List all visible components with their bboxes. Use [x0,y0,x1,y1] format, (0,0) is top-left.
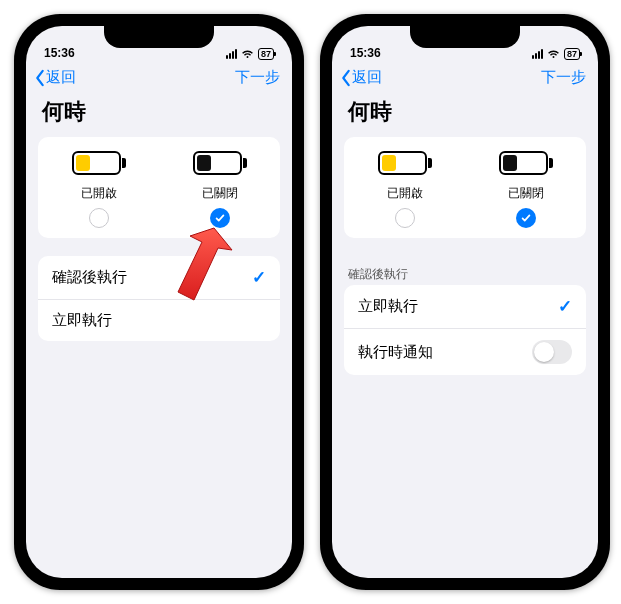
screen: 15:36 87 返回 下一步 何時 [26,26,292,578]
status-time: 15:36 [44,46,75,60]
option-low-power-off[interactable]: 已關閉 [465,137,586,238]
phone-mockup-right: 15:36 87 返回 下一步 何時 [320,14,610,590]
back-label: 返回 [352,68,382,87]
checkmark-icon: ✓ [558,296,572,317]
signal-icon [532,49,543,59]
status-right: 87 [532,48,580,60]
nav-bar: 返回 下一步 [332,62,598,95]
wifi-icon [547,50,560,59]
page-title: 何時 [332,95,598,137]
option-low-power-off[interactable]: 已關閉 [159,137,280,238]
option-on-label: 已開啟 [387,185,423,202]
battery-on-icon [72,151,126,175]
notch [104,26,214,48]
battery-on-icon [378,151,432,175]
battery-icon: 87 [258,48,274,60]
row-confirm[interactable]: 確認後執行 ✓ [38,256,280,299]
check-icon [520,212,532,224]
battery-option-card: 已開啟 已關閉 [38,137,280,238]
checkmark-icon: ✓ [252,267,266,288]
row-notify-label: 執行時通知 [358,343,433,362]
run-mode-card: 立即執行 ✓ 執行時通知 [344,285,586,375]
option-off-label: 已關閉 [202,185,238,202]
nav-bar: 返回 下一步 [26,62,292,95]
back-label: 返回 [46,68,76,87]
next-button[interactable]: 下一步 [235,68,280,87]
page-title: 何時 [26,95,292,137]
radio-selected[interactable] [516,208,536,228]
option-on-label: 已開啟 [81,185,117,202]
radio-selected[interactable] [210,208,230,228]
row-confirm-label: 確認後執行 [52,268,127,287]
row-notify[interactable]: 執行時通知 [344,328,586,375]
option-low-power-on[interactable]: 已開啟 [38,137,159,238]
back-button[interactable]: 返回 [340,68,382,87]
screen: 15:36 87 返回 下一步 何時 [332,26,598,578]
wifi-icon [241,50,254,59]
row-immediate[interactable]: 立即執行 ✓ [344,285,586,328]
row-immediate[interactable]: 立即執行 [38,299,280,341]
row-immediate-label: 立即執行 [52,311,112,330]
notch [410,26,520,48]
next-button[interactable]: 下一步 [541,68,586,87]
phone-mockup-left: 15:36 87 返回 下一步 何時 [14,14,304,590]
toggle-knob [534,342,554,362]
status-time: 15:36 [350,46,381,60]
option-off-label: 已關閉 [508,185,544,202]
status-right: 87 [226,48,274,60]
back-button[interactable]: 返回 [34,68,76,87]
battery-option-card: 已開啟 已關閉 [344,137,586,238]
option-low-power-on[interactable]: 已開啟 [344,137,465,238]
check-icon [214,212,226,224]
notify-toggle[interactable] [532,340,572,364]
row-confirm-peek: 確認後執行 [332,256,598,285]
chevron-left-icon [34,69,46,87]
battery-off-icon [499,151,553,175]
chevron-left-icon [340,69,352,87]
radio-unselected[interactable] [89,208,109,228]
row-immediate-label: 立即執行 [358,297,418,316]
battery-icon: 87 [564,48,580,60]
run-mode-card: 確認後執行 ✓ 立即執行 [38,256,280,341]
radio-unselected[interactable] [395,208,415,228]
signal-icon [226,49,237,59]
battery-off-icon [193,151,247,175]
